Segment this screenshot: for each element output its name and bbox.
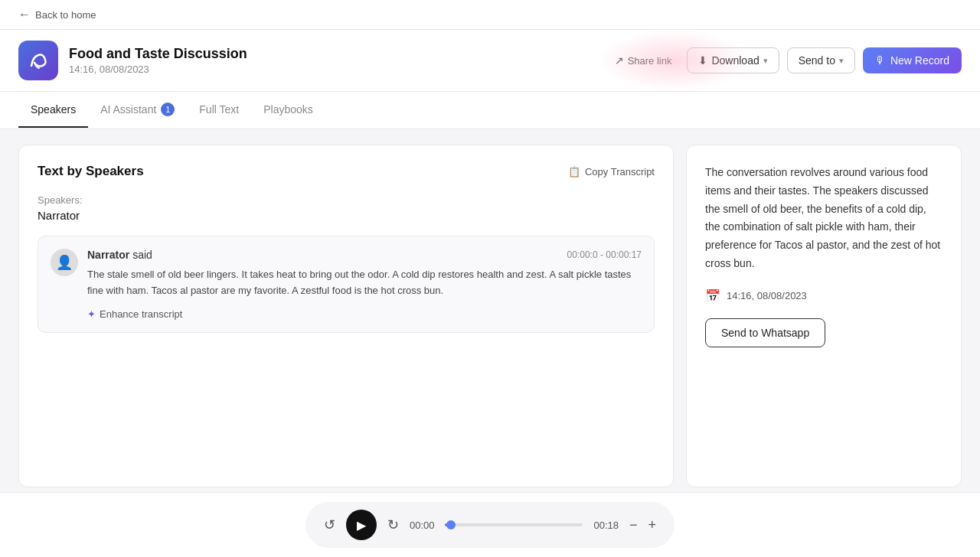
enhance-transcript-button[interactable]: ✦ Enhance transcript bbox=[87, 308, 182, 320]
transcript-card: 👤 Narrator said 00:00:0 - 00:00:17 The s… bbox=[38, 236, 655, 333]
panel-title: Text by Speakers bbox=[38, 164, 144, 179]
recording-date: 14:16, 08/08/2023 bbox=[69, 64, 607, 75]
speaker-name: Narrator bbox=[38, 209, 655, 222]
app-logo bbox=[18, 41, 58, 80]
download-button[interactable]: ⬇ Download ▾ bbox=[687, 47, 779, 73]
new-record-button[interactable]: 🎙 New Record bbox=[863, 47, 962, 73]
sparkle-icon: ✦ bbox=[87, 308, 96, 320]
tab-playbooks-label: Playbooks bbox=[263, 103, 313, 116]
copy-icon: 📋 bbox=[568, 166, 580, 178]
tab-speakers-label: Speakers bbox=[31, 103, 76, 116]
header: Food and Taste Discussion 14:16, 08/08/2… bbox=[0, 30, 980, 92]
date-row: 📅 14:16, 08/08/2023 bbox=[705, 288, 942, 303]
mic-icon: 🎙 bbox=[875, 54, 886, 67]
download-label: Download bbox=[711, 54, 759, 67]
transcript-speaker-name: Narrator bbox=[87, 249, 129, 261]
right-panel: The conversation revolves around various… bbox=[686, 145, 962, 487]
share-icon: ↗ bbox=[615, 54, 624, 67]
send-to-whatsapp-button[interactable]: Send to Whatsapp bbox=[705, 318, 825, 347]
back-label: Back to home bbox=[35, 9, 96, 21]
speaker-avatar: 👤 bbox=[51, 249, 78, 276]
top-nav: ← Back to home bbox=[0, 0, 980, 30]
share-link-label: Share link bbox=[628, 55, 672, 67]
summary-text: The conversation revolves around various… bbox=[705, 164, 942, 273]
download-icon: ⬇ bbox=[698, 54, 707, 67]
send-to-button[interactable]: Send to ▾ bbox=[787, 47, 855, 73]
player-controls: ↺ ▶ ↻ 00:00 00:18 − + bbox=[305, 502, 675, 503]
transcript-content: Narrator said 00:00:0 - 00:00:17 The sta… bbox=[87, 249, 642, 320]
copy-transcript-button[interactable]: 📋 Copy Transcript bbox=[568, 166, 655, 178]
tab-full-text[interactable]: Full Text bbox=[187, 93, 251, 128]
audio-player: ↺ ▶ ↻ 00:00 00:18 − + bbox=[0, 492, 980, 503]
transcript-card-header: Narrator said 00:00:0 - 00:00:17 bbox=[87, 249, 642, 261]
tab-playbooks[interactable]: Playbooks bbox=[251, 93, 325, 128]
tab-ai-assistant-label: AI Assistant bbox=[100, 103, 156, 116]
speaker-said: Narrator said bbox=[87, 249, 152, 261]
back-link[interactable]: ← Back to home bbox=[18, 8, 96, 21]
transcript-text: The stale smell of old beer lingers. It … bbox=[87, 267, 642, 299]
header-info: Food and Taste Discussion 14:16, 08/08/2… bbox=[69, 46, 607, 75]
ai-assistant-badge: 1 bbox=[161, 103, 175, 116]
copy-transcript-label: Copy Transcript bbox=[585, 166, 655, 178]
chevron-down-icon: ▾ bbox=[839, 56, 844, 66]
main-content: Text by Speakers 📋 Copy Transcript Speak… bbox=[0, 129, 980, 503]
panel-header: Text by Speakers 📋 Copy Transcript bbox=[38, 164, 655, 179]
tab-ai-assistant[interactable]: AI Assistant 1 bbox=[88, 92, 187, 129]
transcript-timestamp: 00:00:0 - 00:00:17 bbox=[567, 249, 642, 260]
summary-date: 14:16, 08/08/2023 bbox=[727, 290, 807, 301]
send-label: Send to bbox=[799, 54, 835, 67]
recording-title: Food and Taste Discussion bbox=[69, 46, 607, 62]
share-link-button[interactable]: ↗ Share link bbox=[607, 50, 680, 71]
tabs-bar: Speakers AI Assistant 1 Full Text Playbo… bbox=[0, 92, 980, 129]
back-arrow-icon: ← bbox=[18, 8, 31, 21]
left-panel: Text by Speakers 📋 Copy Transcript Speak… bbox=[18, 145, 674, 487]
enhance-label: Enhance transcript bbox=[100, 308, 182, 320]
speakers-label: Speakers: bbox=[38, 194, 655, 206]
avatar-icon: 👤 bbox=[56, 254, 73, 271]
header-actions: ↗ Share link ⬇ Download ▾ Send to ▾ 🎙 Ne… bbox=[607, 47, 962, 73]
tab-full-text-label: Full Text bbox=[199, 103, 239, 116]
said-word: said bbox=[132, 249, 152, 261]
chevron-down-icon: ▾ bbox=[763, 56, 768, 66]
tab-speakers[interactable]: Speakers bbox=[18, 93, 88, 128]
calendar-icon: 📅 bbox=[705, 288, 720, 303]
new-record-label: New Record bbox=[890, 54, 949, 67]
